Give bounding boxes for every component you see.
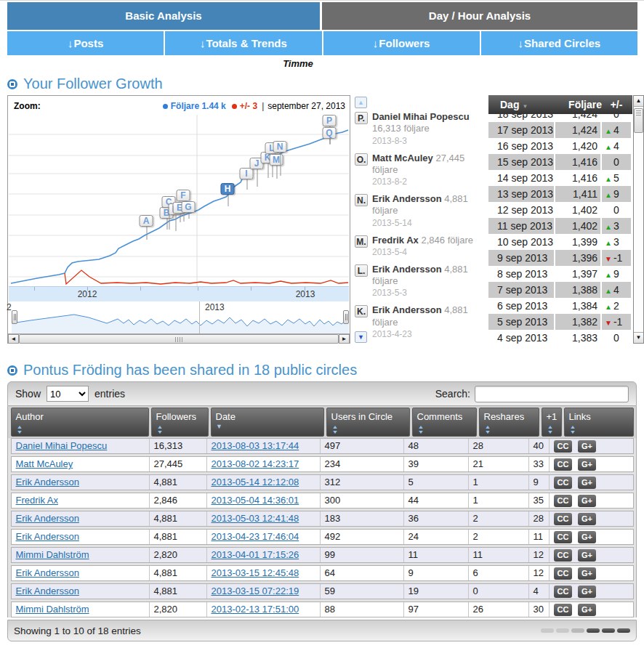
navigator-right-handle[interactable] xyxy=(343,310,349,324)
scroll-right-icon[interactable]: ► xyxy=(339,334,350,344)
table-column-header[interactable]: Users in Circle ▲▼ xyxy=(326,408,410,437)
date-link[interactable]: 2013-05-14 12:12:08 xyxy=(212,477,299,487)
daily-date-cell: 17 sep 2013 xyxy=(488,122,554,138)
author-link[interactable]: Daniel Mihai Popescu xyxy=(16,440,108,451)
scroll-up-icon[interactable]: ▲ xyxy=(634,96,643,107)
author-link[interactable]: Matt McAuley xyxy=(16,458,73,469)
follower-count-suffix: följare xyxy=(372,275,398,286)
change-up-icon: ▲ xyxy=(605,127,612,135)
date-link[interactable]: 2013-03-15 07:22:19 xyxy=(212,586,299,596)
daily-followers-cell: 1,411 xyxy=(555,186,600,202)
users-in-circle-cell: 234 xyxy=(321,457,404,471)
daily-header-day[interactable]: Dag▼ xyxy=(488,99,555,110)
author-link[interactable]: Erik Andersson xyxy=(16,531,79,542)
date-link[interactable]: 2013-08-03 13:17:44 xyxy=(212,440,299,451)
subnav-button[interactable]: ↓Posts xyxy=(7,31,164,55)
search-input[interactable] xyxy=(475,386,629,402)
gplus-button[interactable]: G+ xyxy=(578,513,596,525)
panel-scroll-up-button[interactable]: ▲ xyxy=(355,97,367,108)
gplus-button[interactable]: G+ xyxy=(578,531,596,543)
date-link[interactable]: 2013-03-15 12:45:48 xyxy=(212,567,299,578)
cc-button[interactable]: CC xyxy=(554,477,573,489)
chart-event-flag[interactable]: A xyxy=(140,215,153,227)
cc-button[interactable]: CC xyxy=(554,531,573,543)
flag-pole xyxy=(166,219,167,230)
page-size-select[interactable]: 10 xyxy=(47,386,89,402)
cc-button[interactable]: CC xyxy=(554,567,573,580)
chart-navigator[interactable]: 2 2013 xyxy=(9,301,349,333)
daily-followers-cell: 1,382 xyxy=(555,314,600,330)
pagination-button[interactable] xyxy=(587,628,600,633)
nav-tab[interactable]: Day / Hour Analysis xyxy=(322,2,637,30)
daily-header-followers[interactable]: Följare xyxy=(555,99,602,110)
chart-event-flag[interactable]: G xyxy=(182,201,196,213)
users-in-circle-cell: 59 xyxy=(321,584,404,599)
daily-table-scrollbar[interactable]: ▲ ▼ xyxy=(633,95,644,344)
chart-event-flag[interactable]: N xyxy=(273,141,287,153)
cc-button[interactable]: CC xyxy=(554,604,573,616)
gplus-button[interactable]: G+ xyxy=(578,549,596,562)
gplus-button[interactable]: G+ xyxy=(578,495,596,507)
navigator-left-handle[interactable] xyxy=(12,310,17,324)
cc-button[interactable]: CC xyxy=(554,495,573,507)
sort-both-icon: ▲▼ xyxy=(484,424,534,434)
subnav-button[interactable]: ↓Totals & Trends xyxy=(165,31,321,55)
date-link[interactable]: 2013-04-23 17:46:04 xyxy=(212,531,299,542)
table-column-header[interactable]: Links ▲▼ xyxy=(564,408,634,437)
panel-scroll-down-button[interactable]: ▼ xyxy=(355,331,367,343)
scroll-down-icon[interactable]: ▼ xyxy=(634,332,643,343)
pagination xyxy=(541,628,630,633)
subnav-button[interactable]: ↓Shared Circles xyxy=(481,31,637,55)
author-link[interactable]: Fredrik Ax xyxy=(16,495,59,506)
reshares-cell: 1 xyxy=(469,493,529,508)
gplus-button[interactable]: G+ xyxy=(578,604,596,616)
cc-button[interactable]: CC xyxy=(554,458,573,471)
date-link[interactable]: 2013-04-01 17:15:26 xyxy=(212,549,299,560)
author-link[interactable]: Mimmi Dahlström xyxy=(16,549,89,560)
gplus-button[interactable]: G+ xyxy=(578,440,596,453)
table-column-header[interactable]: Reshares ▲▼ xyxy=(479,408,539,437)
legend-change-value: +/- 3 xyxy=(240,101,257,111)
date-link[interactable]: 2013-02-13 17:51:00 xyxy=(212,604,299,615)
chart-plot-area[interactable]: A B C D E F G H I J K L M N P xyxy=(8,115,350,286)
gplus-button[interactable]: G+ xyxy=(578,586,596,598)
date-link[interactable]: 2013-05-03 12:41:48 xyxy=(212,513,299,524)
nav-tab[interactable]: Basic Analysis xyxy=(7,2,320,30)
scrollbar-thumb[interactable] xyxy=(19,334,339,344)
author-link[interactable]: Erik Andersson xyxy=(16,513,79,524)
author-link[interactable]: Erik Andersson xyxy=(16,567,79,578)
daily-followers-cell: 1,383 xyxy=(555,330,600,344)
gplus-button[interactable]: G+ xyxy=(578,458,596,471)
chart-event-flag[interactable]: P xyxy=(323,115,337,126)
cc-button[interactable]: CC xyxy=(554,549,573,562)
chart-event-flag[interactable]: M xyxy=(270,154,283,166)
pagination-button[interactable] xyxy=(617,628,630,633)
scroll-left-icon[interactable]: ◄ xyxy=(8,334,19,344)
table-column-header[interactable]: Comments ▲▼ xyxy=(412,408,477,437)
cc-button[interactable]: CC xyxy=(554,440,573,453)
table-column-header[interactable]: Followers ▲▼ xyxy=(151,408,209,437)
date-link[interactable]: 2013-08-02 14:23:17 xyxy=(212,458,299,469)
gplus-button[interactable]: G+ xyxy=(578,567,596,580)
daily-scrollbar-thumb[interactable] xyxy=(634,108,643,133)
daily-header-change[interactable]: +/- xyxy=(602,99,631,110)
subnav-button[interactable]: ↓Followers xyxy=(323,31,480,55)
chart-event-flag[interactable]: F xyxy=(177,190,190,201)
table-column-header[interactable]: Date ▼ xyxy=(211,408,324,437)
author-link[interactable]: Erik Andersson xyxy=(16,477,79,487)
table-column-header[interactable]: Author ▲▼ xyxy=(11,408,149,437)
pagination-button[interactable] xyxy=(602,628,615,633)
cc-button[interactable]: CC xyxy=(554,586,573,598)
down-arrow-icon: ↓ xyxy=(68,37,73,49)
author-link[interactable]: Erik Andersson xyxy=(16,586,79,596)
sort-both-icon: ▲▼ xyxy=(16,424,144,434)
author-link[interactable]: Mimmi Dahlström xyxy=(16,604,89,615)
cc-button[interactable]: CC xyxy=(554,513,573,525)
chart-event-flag[interactable]: I xyxy=(240,168,254,179)
chart-event-flag[interactable]: H xyxy=(221,183,235,195)
chart-horizontal-scrollbar[interactable]: ◄ ► xyxy=(8,333,350,344)
chart-event-flag[interactable]: Q xyxy=(323,127,337,139)
gplus-button[interactable]: G+ xyxy=(578,477,596,489)
table-column-header[interactable]: +1 ▲▼ xyxy=(542,408,562,437)
date-link[interactable]: 2013-05-04 14:36:01 xyxy=(212,495,299,506)
